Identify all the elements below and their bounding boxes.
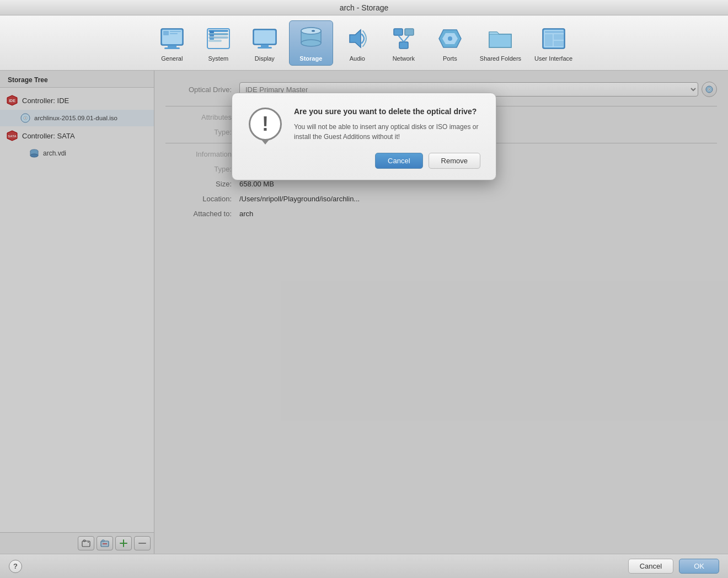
svg-rect-17 [261,45,269,47]
toolbar-item-system-label: System [208,55,229,62]
toolbar-item-ports[interactable]: Ports [428,21,472,65]
toolbar-item-ports-label: Ports [443,55,457,62]
modal-buttons: Cancel Remove [248,153,480,169]
bottom-buttons: Cancel OK [628,559,719,574]
modal-remove-button[interactable]: Remove [429,153,480,169]
ok-button[interactable]: OK [679,559,719,574]
svg-rect-10 [208,40,222,42]
modal-text: Are you sure you want to delete the opti… [294,106,480,142]
svg-rect-39 [554,34,564,40]
shared-folders-icon [486,24,515,53]
toolbar-item-network[interactable]: Network [382,21,426,65]
modal-icon: ! [248,106,283,142]
bottom-bar: ? Cancel OK [0,554,728,578]
svg-rect-28 [405,29,414,35]
svg-point-25 [312,30,315,31]
svg-rect-2 [168,45,176,47]
toolbar-item-storage-label: Storage [299,55,322,62]
toolbar-item-user-interface[interactable]: User Interface [529,21,578,65]
svg-rect-3 [164,47,180,49]
svg-rect-29 [399,42,408,49]
svg-rect-37 [545,31,565,33]
system-icon [204,24,233,53]
svg-rect-40 [554,41,564,46]
toolbar-item-shared-folders[interactable]: Shared Folders [474,21,527,65]
svg-line-30 [398,35,404,42]
toolbar-item-general-label: General [161,55,183,62]
toolbar: General System D [0,15,728,71]
svg-rect-6 [170,33,178,34]
toolbar-item-display[interactable]: Display [243,21,287,65]
svg-rect-14 [210,38,214,40]
svg-rect-5 [170,31,181,32]
modal-dialog: ! Are you sure you want to delete the op… [232,93,496,180]
svg-rect-27 [394,29,403,35]
svg-rect-18 [258,47,272,49]
toolbar-item-storage[interactable]: Storage [289,20,333,66]
general-icon [158,24,186,53]
display-icon [250,24,279,53]
svg-rect-4 [163,31,169,35]
network-icon [389,24,418,53]
help-button[interactable]: ? [9,560,22,573]
modal-cancel-button[interactable]: Cancel [375,153,422,169]
modal-message: You will not be able to insert any optic… [294,122,480,142]
toolbar-item-system[interactable]: System [196,21,240,65]
svg-rect-13 [210,34,214,36]
svg-rect-12 [210,31,214,33]
toolbar-item-shared-folders-label: Shared Folders [480,55,521,62]
audio-icon [343,24,372,53]
toolbar-item-audio-label: Audio [350,55,365,62]
main-content: Storage Tree IDE Controller: IDE [0,71,728,554]
toolbar-item-display-label: Display [255,55,275,62]
svg-marker-26 [350,30,361,47]
toolbar-item-general[interactable]: General [150,21,194,65]
toolbar-item-audio[interactable]: Audio [335,21,379,65]
cancel-button[interactable]: Cancel [628,559,673,574]
svg-point-34 [448,36,452,41]
modal-overlay: ! Are you sure you want to delete the op… [0,71,728,554]
ports-icon [436,24,464,53]
user-interface-icon [539,24,568,53]
storage-icon [297,24,325,53]
svg-line-31 [404,35,409,42]
window-title: arch - Storage [340,3,389,12]
svg-point-21 [301,40,321,46]
title-bar: arch - Storage [0,0,728,15]
toolbar-item-network-label: Network [393,55,415,62]
svg-rect-38 [545,34,553,46]
toolbar-item-user-interface-label: User Interface [534,55,572,62]
warning-bubble: ! [249,108,282,141]
modal-title: Are you sure you want to delete the opti… [294,106,480,116]
modal-body: ! Are you sure you want to delete the op… [248,106,480,142]
svg-point-24 [301,28,321,34]
svg-rect-16 [254,30,275,44]
